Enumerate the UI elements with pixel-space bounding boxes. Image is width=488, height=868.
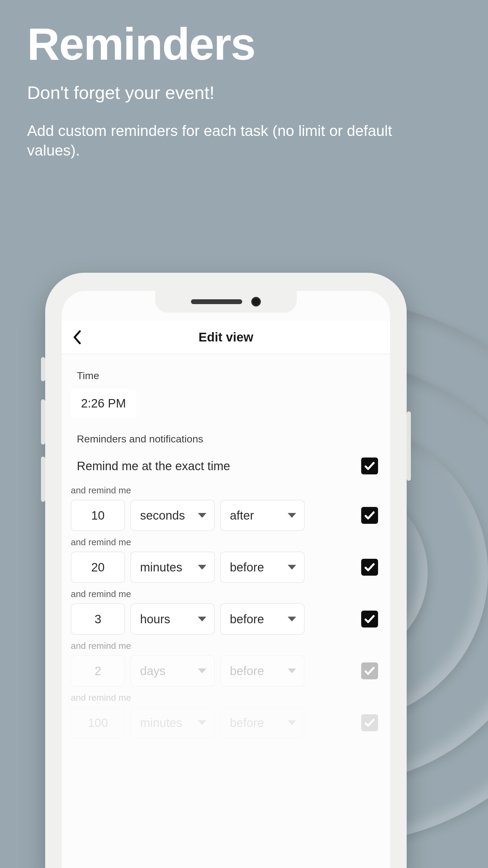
chevron-down-icon: [198, 617, 206, 621]
reminder-amount-input[interactable]: 3: [71, 603, 125, 635]
camera-icon: [251, 297, 261, 307]
reminder-relation-value: after: [230, 509, 254, 522]
phone-side-button: [41, 357, 45, 381]
speaker-icon: [191, 299, 242, 304]
reminder-relation-select[interactable]: after: [220, 500, 304, 531]
chevron-down-icon: [198, 669, 206, 673]
chevron-down-icon: [288, 513, 296, 518]
reminder-checkbox[interactable]: [361, 611, 378, 627]
phone-side-button: [41, 457, 45, 502]
time-section-label: Time: [71, 367, 381, 389]
reminder-checkbox[interactable]: [361, 559, 378, 576]
reminder-unit-value: hours: [140, 613, 170, 626]
chevron-down-icon: [198, 565, 206, 569]
reminder-amount-input[interactable]: 2: [71, 655, 125, 687]
check-icon: [364, 613, 376, 625]
reminder-amount-input[interactable]: 100: [71, 707, 125, 738]
reminder-checkbox[interactable]: [361, 662, 378, 679]
chevron-down-icon: [198, 720, 206, 725]
reminder-unit-value: minutes: [140, 561, 182, 574]
phone-screen: Edit view Time 2:26 PM Reminders and not…: [62, 291, 390, 868]
reminder-unit-select[interactable]: hours: [130, 603, 215, 635]
reminder-unit-select[interactable]: seconds: [130, 500, 215, 531]
reminder-checkbox[interactable]: [361, 714, 378, 731]
and-remind-label: and remind me: [71, 482, 381, 500]
chevron-down-icon: [288, 565, 296, 569]
promo-subtitle: Don't forget your event!: [27, 82, 461, 103]
check-icon: [364, 561, 376, 573]
reminder-relation-select[interactable]: before: [220, 552, 304, 583]
chevron-down-icon: [288, 617, 296, 621]
reminder-unit-value: days: [140, 664, 166, 678]
reminder-unit-value: minutes: [140, 716, 182, 730]
promo-description: Add custom reminders for each task (no l…: [27, 121, 449, 160]
and-remind-label: and remind me: [71, 533, 381, 552]
reminder-unit-select[interactable]: days: [130, 655, 215, 687]
exact-time-reminder-label: Remind me at the exact time: [71, 459, 230, 473]
exact-time-checkbox[interactable]: [361, 458, 378, 474]
and-remind-label: and remind me: [71, 689, 381, 707]
check-icon: [364, 717, 376, 729]
reminders-section-label: Reminders and notifications: [71, 430, 381, 452]
chevron-down-icon: [198, 513, 206, 518]
phone-frame: Edit view Time 2:26 PM Reminders and not…: [45, 273, 407, 868]
reminder-relation-select[interactable]: before: [220, 655, 304, 687]
check-icon: [364, 460, 376, 472]
chevron-down-icon: [288, 720, 296, 725]
reminder-amount-input[interactable]: 20: [71, 552, 125, 583]
check-icon: [364, 665, 376, 677]
phone-side-button: [41, 399, 45, 444]
page-title: Edit view: [62, 330, 390, 344]
time-field[interactable]: 2:26 PM: [71, 389, 136, 418]
reminder-relation-value: before: [230, 613, 264, 626]
content-area: Time 2:26 PM Reminders and notifications…: [62, 358, 390, 868]
reminder-relation-select[interactable]: before: [220, 603, 304, 635]
screen-header: Edit view: [62, 321, 390, 354]
reminder-relation-value: before: [230, 716, 264, 730]
reminder-amount-input[interactable]: 10: [71, 500, 125, 531]
reminder-unit-value: seconds: [140, 509, 185, 522]
reminder-relation-value: before: [230, 561, 264, 574]
notch: [155, 291, 297, 313]
chevron-left-icon: [72, 330, 82, 345]
chevron-down-icon: [288, 669, 296, 673]
reminder-unit-select[interactable]: minutes: [130, 707, 215, 738]
and-remind-label: and remind me: [71, 585, 381, 603]
reminder-relation-select[interactable]: before: [220, 707, 304, 738]
phone-side-button: [407, 411, 411, 481]
check-icon: [364, 509, 376, 521]
reminder-relation-value: before: [230, 664, 264, 678]
back-button[interactable]: [62, 330, 92, 345]
reminder-checkbox[interactable]: [361, 507, 378, 524]
and-remind-label: and remind me: [71, 637, 381, 655]
reminder-unit-select[interactable]: minutes: [130, 552, 215, 583]
promo-title: Reminders: [27, 18, 461, 70]
